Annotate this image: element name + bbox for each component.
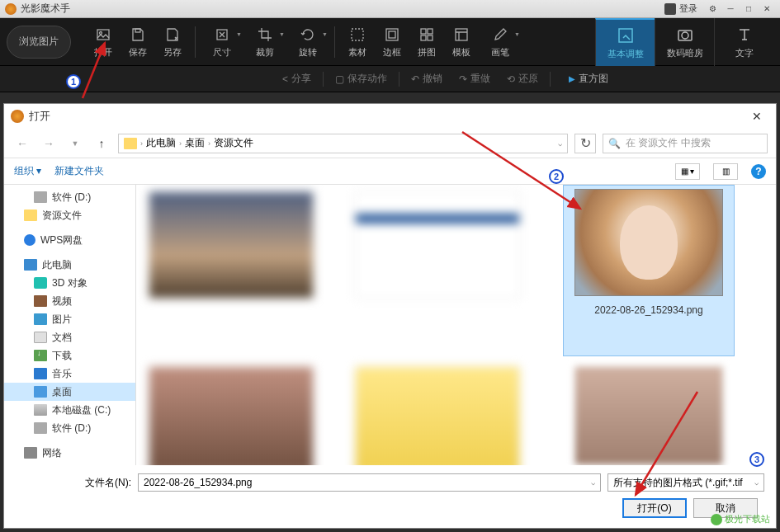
chevron-down-icon[interactable]: ▼ xyxy=(322,31,328,37)
tab-label: 文字 xyxy=(735,47,754,59)
tool-material[interactable]: 素材 xyxy=(340,21,375,63)
maximize-button[interactable]: □ xyxy=(740,3,757,15)
chevron-down-icon[interactable]: ⌵ xyxy=(558,139,562,148)
camera-icon xyxy=(675,25,695,45)
undo-label: 撤销 xyxy=(423,72,442,86)
tool-crop[interactable]: 裁剪▼ xyxy=(243,21,286,63)
search-input[interactable]: 🔍 在 资源文件 中搜索 xyxy=(603,134,768,153)
tool-label: 另存 xyxy=(163,46,182,59)
breadcrumb-item[interactable]: 资源文件 xyxy=(214,136,253,150)
help-button[interactable]: ? xyxy=(751,164,766,179)
breadcrumb[interactable]: › 此电脑 › 桌面 › 资源文件 ⌵ xyxy=(118,134,568,153)
organize-button[interactable]: 组织 ▾ xyxy=(14,164,41,178)
thumbnail-image xyxy=(149,366,314,465)
breadcrumb-item[interactable]: 桌面 xyxy=(185,136,205,150)
svg-point-1 xyxy=(100,31,102,34)
minimize-button[interactable]: ─ xyxy=(722,3,739,15)
redo-button[interactable]: ↷重做 xyxy=(459,72,490,86)
dialog-close-button[interactable]: ✕ xyxy=(745,106,769,126)
tab-basic-adjust[interactable]: 基本调整 xyxy=(595,18,655,66)
tab-darkroom[interactable]: 数码暗房 xyxy=(655,18,714,66)
tree-item-drive-d[interactable]: 软件 (D:) xyxy=(4,419,135,437)
undo-button[interactable]: ↶撤销 xyxy=(411,72,442,86)
dialog-toolbar: 组织 ▾ 新建文件夹 ▦ ▾ ▥ ? xyxy=(4,158,776,185)
refresh-button[interactable]: ↻ xyxy=(574,134,596,153)
material-icon xyxy=(348,26,366,44)
tool-collage[interactable]: 拼图 xyxy=(409,21,444,63)
border-icon xyxy=(383,26,401,44)
tool-save-as[interactable]: 另存 xyxy=(155,21,190,63)
svg-rect-7 xyxy=(421,29,426,34)
tree-item-folder[interactable]: 资源文件 xyxy=(4,206,135,224)
nav-back-button[interactable]: ← xyxy=(12,134,32,153)
file-thumbnail[interactable] xyxy=(563,366,735,465)
browse-images-button[interactable]: 浏览图片 xyxy=(7,26,71,59)
file-thumbnail[interactable] xyxy=(144,191,318,340)
file-thumbnail[interactable] xyxy=(144,366,318,465)
filename-input[interactable]: 2022-08-26_152934.png ⌵ xyxy=(138,473,601,492)
chevron-down-icon[interactable]: ▼ xyxy=(236,31,242,37)
tree-item-desktop[interactable]: 桌面 xyxy=(4,383,135,401)
tree-item-docs[interactable]: 文档 xyxy=(4,328,135,346)
chevron-down-icon[interactable]: ▼ xyxy=(279,31,285,37)
tree-item-pc[interactable]: 此电脑 xyxy=(4,256,135,274)
tree-label: 下载 xyxy=(52,349,72,363)
watermark: 极光下载站 xyxy=(711,513,770,525)
tree-item-music[interactable]: 音乐 xyxy=(4,365,135,383)
restore-button[interactable]: ⟲还原 xyxy=(507,72,538,86)
tree-item-downloads[interactable]: 下载 xyxy=(4,346,135,365)
tree-item-wps[interactable]: WPS网盘 xyxy=(4,231,135,249)
preview-pane-button[interactable]: ▥ xyxy=(713,163,738,180)
tool-template[interactable]: 模板 xyxy=(444,21,479,63)
thumbnail-image xyxy=(355,191,520,299)
share-button[interactable]: <分享 xyxy=(282,72,311,86)
thumbnail-image xyxy=(149,191,314,299)
tree-item-video[interactable]: 视频 xyxy=(4,292,135,310)
histogram-button[interactable]: ▶直方图 xyxy=(569,72,608,86)
tree-item-pictures[interactable]: 图片 xyxy=(4,310,135,328)
filename-value: 2022-08-26_152934.png xyxy=(144,477,252,488)
tree-item-network[interactable]: 网络 xyxy=(4,444,135,462)
new-folder-button[interactable]: 新建文件夹 xyxy=(54,164,104,178)
tool-save[interactable]: 保存 xyxy=(121,21,155,63)
nav-recent-button[interactable]: ▼ xyxy=(65,134,85,153)
file-thumbnail-selected[interactable]: 2022-08-26_152934.png xyxy=(563,185,735,356)
dialog-footer: 文件名(N): 2022-08-26_152934.png ⌵ 所有支持的图片格… xyxy=(4,465,776,528)
chevron-down-icon[interactable]: ⌵ xyxy=(591,478,595,487)
folder-icon xyxy=(24,210,37,221)
breadcrumb-item[interactable]: 此电脑 xyxy=(146,136,176,150)
thumbnail-image xyxy=(574,189,723,296)
chevron-down-icon[interactable]: ▼ xyxy=(514,31,520,37)
tree-label: WPS网盘 xyxy=(40,233,83,247)
drive-icon xyxy=(34,191,47,203)
nav-forward-button[interactable]: → xyxy=(39,134,59,153)
open-button[interactable]: 打开(O) xyxy=(622,498,687,518)
template-icon xyxy=(452,26,470,44)
file-thumbnail[interactable] xyxy=(351,191,524,340)
tool-brush[interactable]: 画笔▼ xyxy=(479,21,522,63)
chevron-down-icon[interactable]: ⌵ xyxy=(754,478,759,487)
desktop-icon xyxy=(34,386,47,398)
user-icon xyxy=(664,3,676,15)
tab-text[interactable]: 文字 xyxy=(714,18,773,66)
save-action-button[interactable]: ▢保存动作 xyxy=(335,72,387,86)
histogram-label: 直方图 xyxy=(579,72,608,86)
save-icon: ▢ xyxy=(335,73,344,85)
view-mode-button[interactable]: ▦ ▾ xyxy=(675,163,700,180)
tree-item-3d[interactable]: 3D 对象 xyxy=(4,274,135,292)
tool-open[interactable]: 打开 xyxy=(86,21,121,63)
settings-icon[interactable]: ⚙ xyxy=(704,3,721,15)
file-type-filter[interactable]: 所有支持的图片格式 (*.gif;*.tif ⌵ xyxy=(607,473,764,492)
close-button[interactable]: ✕ xyxy=(759,3,775,15)
tool-size[interactable]: 尺寸▼ xyxy=(201,21,243,63)
tool-label: 尺寸 xyxy=(213,46,231,59)
tool-border[interactable]: 边框 xyxy=(375,21,409,63)
file-thumbnail[interactable] xyxy=(351,366,524,465)
login-button[interactable]: 登录 xyxy=(664,2,697,15)
annotation-marker-3: 3 xyxy=(749,452,764,467)
tree-item-drive[interactable]: 软件 (D:) xyxy=(4,188,135,206)
tree-item-local-c[interactable]: 本地磁盘 (C:) xyxy=(4,401,135,419)
nav-up-button[interactable]: ↑ xyxy=(92,134,111,153)
tool-rotate[interactable]: 旋转▼ xyxy=(286,21,329,63)
restore-label: 还原 xyxy=(518,72,538,86)
